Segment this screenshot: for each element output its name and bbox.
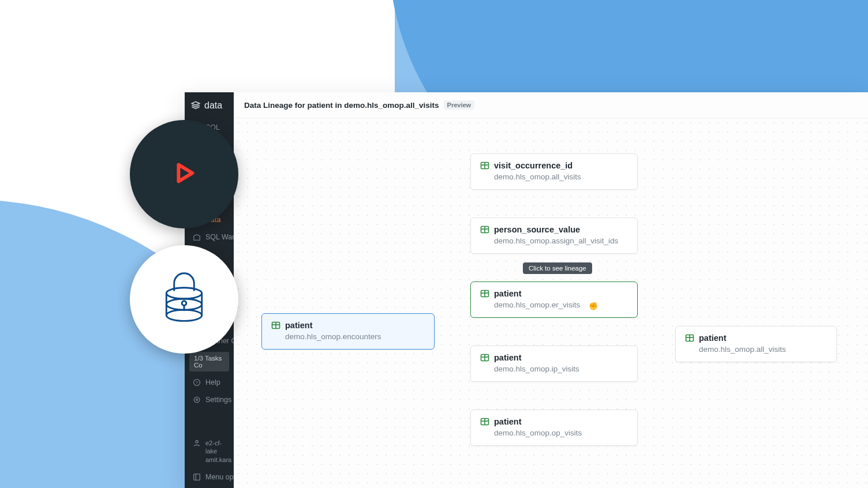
table-icon (480, 161, 489, 170)
preview-badge: Preview (444, 100, 475, 110)
lineage-canvas[interactable]: patient demo.hls_omop.encounters visit_o… (234, 118, 868, 488)
stack-icon (190, 100, 201, 111)
tasks-label: 1/3 Tasks Co (194, 355, 222, 369)
node-title: patient (494, 289, 522, 298)
node-subtitle: demo.hls_omop.ip_visits (494, 365, 628, 373)
app-window: data SQL Data SQL Ware Partn (185, 92, 868, 488)
connector-lines (234, 118, 407, 205)
lock-badge[interactable] (130, 245, 238, 354)
node-title: patient (285, 321, 313, 330)
lineage-node[interactable]: visit_occurrence_id demo.hls_omop.all_vi… (470, 153, 638, 190)
user-line2: amit.kara (205, 456, 231, 464)
sidebar-label: Help (205, 378, 220, 386)
sidebar-label: Menu opt (205, 473, 234, 481)
svg-point-32 (166, 288, 201, 299)
node-title: patient (494, 417, 522, 426)
sidebar-item-warehouse[interactable]: SQL Ware (185, 228, 234, 246)
node-title: visit_occurrence_id (494, 161, 573, 170)
table-icon (480, 225, 489, 234)
table-icon (480, 353, 489, 362)
lineage-node-hover[interactable]: patient demo.hls_omop.er_visits ✊ (470, 281, 638, 318)
lineage-node[interactable]: person_source_value demo.hls_omop.assign… (470, 217, 638, 254)
lineage-node[interactable]: patient demo.hls_omop.ip_visits (470, 346, 638, 382)
sidebar-item-settings[interactable]: Settings (185, 391, 234, 408)
main-panel: Data Lineage for patient in demo.hls_omo… (234, 92, 868, 488)
svg-point-7 (196, 399, 198, 401)
play-icon (170, 159, 198, 189)
sidebar-label: SQL Ware (205, 233, 234, 241)
sidebar-label: Settings (205, 396, 231, 404)
node-subtitle: demo.hls_omop.er_visits (494, 301, 628, 309)
node-title: patient (699, 333, 727, 343)
brand-logo[interactable]: data (185, 92, 234, 119)
page-title: Data Lineage for patient in demo.hls_omo… (244, 101, 439, 110)
table-icon (480, 289, 489, 298)
node-title: person_source_value (494, 225, 580, 234)
grab-cursor-icon: ✊ (589, 302, 598, 310)
brand-text: data (204, 100, 222, 111)
gear-icon (193, 396, 201, 404)
sidebar-item-menu[interactable]: Menu opt (185, 468, 234, 488)
warehouse-icon (193, 233, 201, 241)
lineage-node-source[interactable]: patient demo.hls_omop.encounters (261, 313, 435, 350)
lineage-tooltip: Click to see lineage (523, 262, 592, 274)
play-badge[interactable] (130, 120, 238, 228)
sidebar-item-help[interactable]: ? Help (185, 374, 234, 391)
node-subtitle: demo.hls_omop.op_visits (494, 429, 628, 437)
user-account[interactable]: e2-cf-lake amit.kara (185, 434, 234, 468)
node-subtitle: demo.hls_omop.assign_all_visit_ids (494, 237, 628, 245)
help-icon: ? (193, 378, 201, 386)
node-title: patient (494, 353, 522, 362)
node-subtitle: demo.hls_omop.all_visits (494, 172, 628, 181)
svg-point-35 (182, 301, 186, 306)
lineage-node[interactable]: patient demo.hls_omop.op_visits (470, 410, 638, 446)
svg-text:?: ? (196, 381, 198, 385)
lineage-node-dest[interactable]: patient demo.hls_omop.all_visits (675, 326, 837, 362)
svg-point-8 (196, 441, 198, 443)
tasks-progress[interactable]: 1/3 Tasks Co (189, 352, 229, 371)
lock-icon (156, 268, 212, 331)
table-icon (480, 417, 489, 426)
user-icon (193, 439, 201, 449)
svg-point-34 (166, 310, 201, 321)
node-subtitle: demo.hls_omop.all_visits (699, 345, 827, 354)
table-icon (271, 321, 280, 330)
lineage-header: Data Lineage for patient in demo.hls_omo… (234, 92, 868, 118)
table-icon (685, 333, 694, 343)
svg-point-6 (194, 397, 200, 403)
node-subtitle: demo.hls_omop.encounters (285, 332, 425, 341)
user-line1: e2-cf-lake (205, 439, 231, 456)
layout-icon (193, 473, 201, 481)
tooltip-text: Click to see lineage (529, 265, 586, 272)
svg-rect-9 (194, 474, 200, 481)
